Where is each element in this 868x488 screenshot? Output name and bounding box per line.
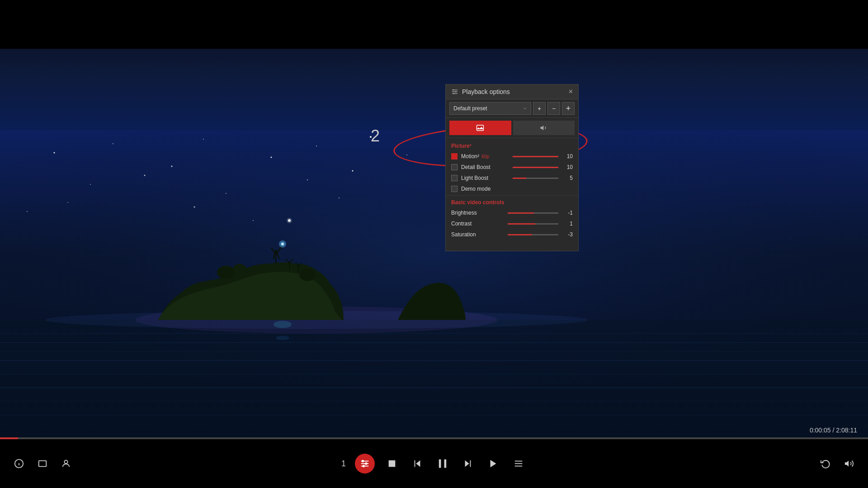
divider [446,195,578,196]
svg-point-42 [274,321,292,328]
svg-rect-73 [477,125,484,131]
svg-marker-75 [540,126,543,131]
saturation-slider[interactable] [508,234,559,235]
svg-marker-56 [416,460,420,467]
svg-rect-24 [0,320,868,437]
controls-left [11,455,74,472]
panel-scroll-spacer [446,240,578,249]
svg-point-12 [90,184,91,185]
svg-point-53 [365,463,367,465]
svg-point-16 [352,170,354,172]
svg-point-20 [253,220,254,221]
preset-select[interactable]: Default preset [449,102,531,115]
top-black-bar [0,0,868,49]
panel-close-button[interactable]: × [569,88,573,95]
light-boost-checkbox[interactable] [451,175,458,181]
detail-boost-value: 10 [564,164,573,170]
audio-tab-icon [540,124,548,132]
svg-point-19 [194,206,195,208]
stop-button[interactable] [384,455,400,472]
play-button[interactable] [485,455,501,472]
preset-more-button[interactable]: + [562,102,575,115]
svg-point-6 [271,157,272,158]
tab-picture[interactable] [449,121,511,135]
svg-point-13 [144,175,146,176]
section-basic: Basic video controls [446,197,578,207]
tab-audio[interactable] [513,121,575,135]
demo-mode-label: Demo mode [461,186,573,192]
svg-rect-58 [439,460,441,468]
svg-point-48 [64,460,67,464]
svg-rect-59 [444,460,447,468]
svg-rect-57 [415,460,415,467]
user-button[interactable] [58,455,74,472]
detail-boost-checkbox[interactable] [451,164,458,170]
demo-mode-checkbox[interactable] [451,186,458,192]
saturation-label: Saturation [451,231,502,238]
light-boost-row: Light Boost 5 [446,173,578,183]
controls-center: 1 [341,454,527,474]
controls-right [817,455,857,472]
time-separator: / [833,427,835,434]
detail-boost-slider[interactable] [513,167,559,168]
aspect-button[interactable] [34,455,51,472]
section-picture: Picture² [446,140,578,151]
svg-rect-47 [39,461,47,467]
svg-point-17 [27,211,28,212]
reload-button[interactable] [817,455,834,472]
track-number: 1 [341,459,346,469]
brightness-value: -1 [564,210,573,216]
annotation-number: 2 [371,127,380,145]
motion-checkbox[interactable] [451,153,458,160]
detail-boost-row: Detail Boost 10 [446,162,578,173]
svg-point-39 [217,266,235,279]
svg-point-14 [226,193,226,194]
prev-button[interactable] [409,455,425,472]
svg-point-52 [362,460,364,462]
contrast-slider[interactable] [508,223,559,225]
info-button[interactable] [11,455,27,472]
contrast-value: 1 [564,221,573,227]
light-boost-slider[interactable] [513,178,559,179]
preset-row: Default preset + − + [446,99,578,118]
motion-slider[interactable] [513,156,559,157]
brightness-label: Brightness [451,210,502,216]
preset-remove-button[interactable]: − [547,102,560,115]
demo-mode-row: Demo mode [446,183,578,194]
contrast-row: Contrast 1 [446,218,578,229]
brightness-slider[interactable] [508,212,559,214]
svg-rect-55 [389,460,396,467]
preset-add-button[interactable]: + [533,102,546,115]
svg-point-72 [453,93,455,94]
panel-title: Playback options [462,88,510,95]
contrast-label: Contrast [451,221,502,227]
motion-label: Motion² 60p [461,153,507,160]
volume-button[interactable] [841,455,857,472]
next-button[interactable] [460,455,476,472]
svg-point-38 [282,243,283,245]
light-boost-label: Light Boost [461,175,507,181]
svg-point-43 [276,336,289,340]
picture-tab-icon [476,124,484,132]
svg-point-40 [233,264,246,275]
motion-tag: 60p [481,154,489,159]
panel-body: Picture² Motion² 60p 10 Detail Boost 10 [446,138,578,251]
svg-point-3 [113,143,113,144]
svg-point-70 [453,89,454,91]
brightness-row: Brightness -1 [446,207,578,218]
svg-point-71 [455,91,457,93]
panel-header: Playback options × [446,84,578,99]
svg-point-41 [299,268,316,281]
svg-point-54 [363,465,364,467]
time-display: 0:00:05 / 2:08:11 [810,427,857,434]
saturation-value: -3 [564,231,573,238]
controls-bar: 1 [0,439,868,488]
svg-point-15 [307,179,308,180]
light-boost-value: 5 [564,175,573,181]
scene-svg [0,130,868,437]
svg-point-4 [171,166,173,167]
time-total: 2:08:11 [836,427,857,434]
settings-button[interactable] [355,454,375,474]
pause-button[interactable] [434,455,451,472]
playlist-button[interactable] [510,455,527,472]
